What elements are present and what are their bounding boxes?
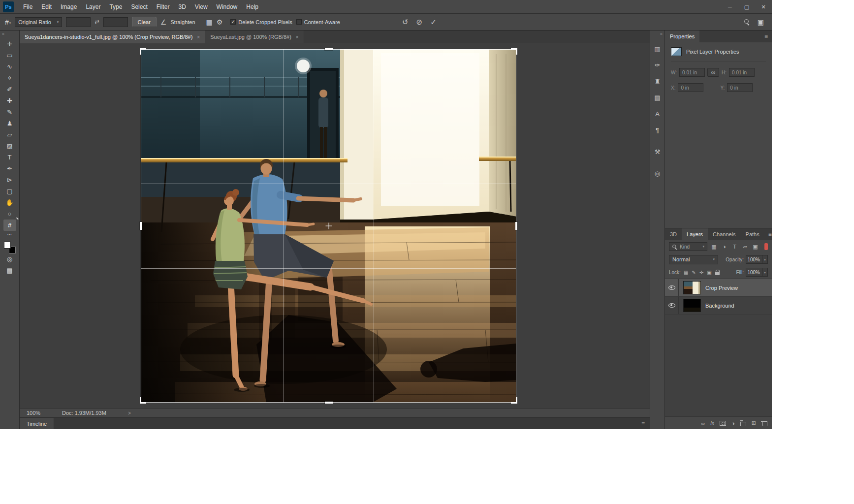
crop-handle-top-right[interactable]: [511, 48, 517, 55]
content-aware-checkbox[interactable]: [296, 19, 302, 25]
menu-view[interactable]: View: [190, 0, 212, 14]
close-button[interactable]: ✕: [755, 0, 772, 14]
fill-chevron[interactable]: ▾: [762, 268, 768, 277]
delete-cropped-pixels-option[interactable]: ✓ Delete Cropped Pixels: [230, 19, 292, 25]
eraser-tool[interactable]: ▱: [3, 129, 16, 140]
x-field[interactable]: 0 in: [678, 83, 703, 92]
gradient-tool[interactable]: ▨: [3, 140, 16, 152]
tab-paths[interactable]: Paths: [741, 228, 764, 240]
screen-mode-button[interactable]: ▤: [3, 265, 16, 276]
menu-window[interactable]: Window: [212, 0, 242, 14]
maximize-button[interactable]: ▢: [738, 0, 755, 14]
lock-position-icon[interactable]: ✛: [699, 270, 703, 275]
tab-channels[interactable]: Channels: [708, 228, 740, 240]
layer-name[interactable]: Background: [705, 303, 734, 309]
lock-transparency-icon[interactable]: ▦: [684, 270, 688, 275]
healing-brush-tool[interactable]: ✚: [3, 95, 16, 106]
panel-strip-collapse-icon[interactable]: «: [650, 31, 664, 38]
width-field[interactable]: 0.01 in: [679, 68, 705, 77]
fill-input[interactable]: 100%: [746, 268, 762, 277]
crop-handle-bottom-left[interactable]: [140, 397, 146, 404]
color-swatches[interactable]: [4, 242, 16, 253]
marquee-tool[interactable]: ▭: [3, 50, 16, 61]
crop-handle-left[interactable]: [140, 222, 142, 230]
filter-on-off-toggle[interactable]: [764, 243, 768, 250]
y-field[interactable]: 0 in: [727, 83, 753, 92]
crop-tool[interactable]: #: [3, 220, 16, 231]
lock-all-icon[interactable]: [715, 270, 720, 275]
swap-dimensions-icon[interactable]: ⇄: [95, 19, 99, 25]
eye-icon[interactable]: [668, 285, 675, 290]
link-dimensions-icon[interactable]: ∞: [707, 68, 719, 77]
path-selection-tool[interactable]: ⊳: [3, 174, 16, 186]
properties-menu-icon[interactable]: ≡: [760, 31, 772, 42]
pixel-filter-icon[interactable]: ▦: [710, 244, 718, 250]
timeline-menu-icon[interactable]: ≡: [641, 418, 650, 429]
crop-settings-gear-icon[interactable]: ⚙: [217, 19, 223, 26]
filter-kind-select[interactable]: Kind ▾: [669, 242, 707, 251]
straighten-label[interactable]: Straighten: [170, 19, 195, 25]
menu-edit[interactable]: Edit: [37, 0, 56, 14]
paragraph-panel-icon[interactable]: ¶: [652, 124, 664, 136]
visibility-cell[interactable]: [665, 297, 679, 314]
menu-file[interactable]: File: [19, 0, 37, 14]
straighten-icon[interactable]: ∠: [160, 19, 167, 26]
close-tab-icon[interactable]: ×: [296, 34, 299, 40]
zoom-tool[interactable]: ○: [3, 208, 16, 220]
crop-handle-bottom-right[interactable]: [511, 397, 517, 404]
layers-menu-icon[interactable]: ≡: [764, 228, 772, 240]
quick-mask-button[interactable]: ◎: [3, 253, 16, 265]
crop-height-input[interactable]: [103, 17, 128, 27]
menu-layer[interactable]: Layer: [81, 0, 105, 14]
reset-crop-icon[interactable]: ↺: [402, 18, 409, 26]
toolbar-collapse-icon[interactable]: »: [0, 31, 19, 38]
menu-image[interactable]: Image: [56, 0, 81, 14]
tab-layers[interactable]: Layers: [682, 228, 708, 240]
aspect-ratio-select[interactable]: Original Ratio ▾: [15, 17, 62, 27]
crop-tool-preset-button[interactable]: # ▾: [5, 18, 11, 26]
rectangle-tool[interactable]: ▢: [3, 186, 16, 197]
lock-artboard-icon[interactable]: ▣: [707, 270, 711, 275]
crop-center-crosshair[interactable]: [325, 223, 332, 229]
styles-panel-icon[interactable]: ◎: [652, 167, 664, 179]
layer-row-background[interactable]: Background: [665, 297, 772, 315]
clone-source-panel-icon[interactable]: ♜: [652, 75, 664, 87]
layer-thumbnail[interactable]: [683, 299, 701, 312]
quick-selection-tool[interactable]: ✧: [3, 72, 16, 84]
type-tool[interactable]: T: [3, 152, 16, 163]
move-tool[interactable]: ✛: [3, 38, 16, 50]
search-icon[interactable]: [744, 19, 750, 25]
add-layer-mask-icon[interactable]: [720, 421, 726, 426]
pen-tool[interactable]: ✒: [3, 163, 16, 174]
timeline-tab[interactable]: Timeline: [20, 418, 54, 429]
type-filter-icon[interactable]: T: [731, 244, 738, 250]
document-tab-inactive[interactable]: SueyaLast.jpg @ 100% (RGB/8#) ×: [205, 31, 304, 43]
character-panel-icon[interactable]: A: [652, 108, 664, 120]
delete-cropped-pixels-checkbox[interactable]: ✓: [230, 19, 236, 25]
visibility-cell[interactable]: [665, 279, 679, 296]
edit-toolbar-icon[interactable]: ⋯: [3, 231, 16, 239]
minimize-button[interactable]: ─: [722, 0, 738, 14]
tab-properties[interactable]: Properties: [665, 31, 699, 42]
layer-style-fx-icon[interactable]: fx: [710, 420, 714, 426]
canvas-area[interactable]: [20, 43, 650, 408]
document-tab-active[interactable]: Sueya1dancers-in-studio-v1_full.jpg @ 10…: [20, 31, 205, 43]
link-layers-icon[interactable]: ∞: [701, 420, 705, 426]
opacity-input[interactable]: 100%: [746, 255, 762, 264]
brush-tool[interactable]: ✎: [3, 106, 16, 118]
new-layer-icon[interactable]: ⊞: [752, 420, 756, 426]
shape-filter-icon[interactable]: ▱: [741, 244, 749, 250]
brush-settings-panel-icon[interactable]: ✑: [652, 59, 664, 71]
menu-filter[interactable]: Filter: [152, 0, 174, 14]
close-tab-icon[interactable]: ×: [197, 34, 200, 40]
crop-handle-top-left[interactable]: [140, 48, 146, 55]
adjustment-filter-icon[interactable]: ◑: [721, 244, 728, 250]
zoom-level[interactable]: 100%: [27, 410, 56, 416]
opacity-chevron[interactable]: ▾: [762, 255, 768, 264]
tool-presets-panel-icon[interactable]: ⚒: [652, 146, 664, 158]
menu-3d[interactable]: 3D: [174, 0, 190, 14]
menu-type[interactable]: Type: [105, 0, 127, 14]
overlay-options-icon[interactable]: ▦: [206, 19, 213, 26]
layer-name[interactable]: Crop Preview: [705, 285, 738, 291]
crop-handle-bottom[interactable]: [325, 402, 333, 404]
